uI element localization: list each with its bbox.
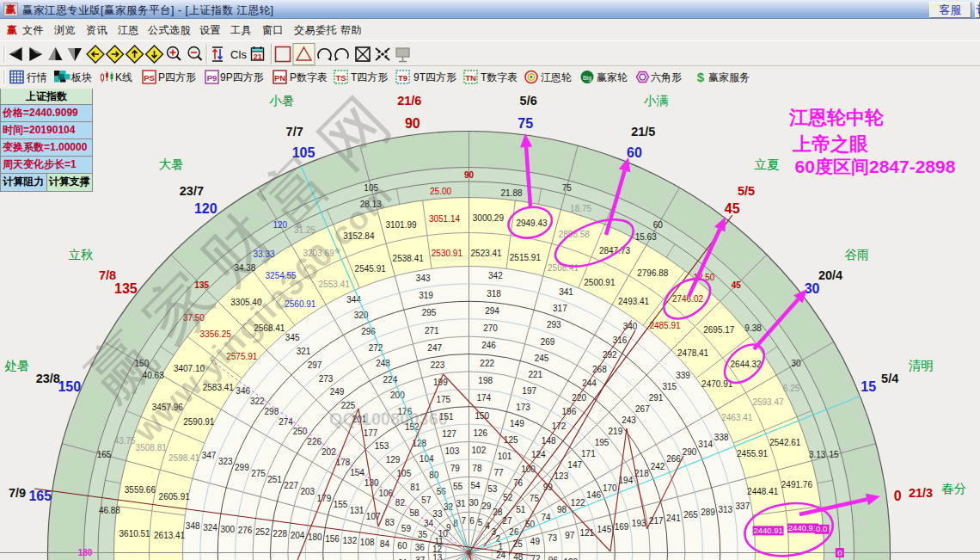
svg-text:245: 245: [535, 354, 549, 363]
svg-text:275: 275: [251, 469, 266, 478]
svg-text:107: 107: [366, 512, 381, 521]
svg-text:298: 298: [265, 407, 279, 416]
svg-text:294: 294: [485, 306, 499, 316]
svg-text:21.88: 21.88: [500, 188, 522, 198]
svg-text:上帝之眼: 上帝之眼: [792, 133, 869, 155]
svg-text:314: 314: [698, 440, 713, 449]
svg-text:7/9: 7/9: [9, 486, 26, 500]
svg-text:195: 195: [595, 438, 609, 447]
svg-text:3610.51: 3610.51: [119, 529, 151, 538]
svg-text:37: 37: [415, 556, 426, 560]
svg-text:2440.91: 2440.91: [753, 526, 782, 535]
svg-text:145: 145: [597, 525, 612, 534]
svg-text:23/7: 23/7: [180, 184, 204, 198]
svg-text:173: 173: [516, 403, 530, 412]
svg-text:PN: PN: [274, 73, 285, 83]
svg-text:318: 318: [487, 289, 501, 298]
svg-text:295: 295: [422, 308, 437, 317]
svg-text:18.75: 18.75: [570, 204, 591, 213]
svg-text:219: 219: [609, 427, 623, 436]
svg-text:323: 323: [218, 457, 233, 466]
svg-text:221: 221: [528, 370, 542, 379]
svg-text:PS: PS: [144, 73, 155, 83]
svg-text:249: 249: [330, 387, 345, 397]
svg-text:77: 77: [493, 468, 504, 477]
svg-text:大暑: 大暑: [159, 157, 184, 171]
svg-text:53: 53: [487, 484, 498, 494]
svg-text:9.38: 9.38: [744, 323, 762, 333]
svg-text:34: 34: [424, 519, 434, 528]
svg-text:清明: 清明: [909, 359, 934, 372]
svg-text:242: 242: [651, 462, 665, 471]
svg-text:341: 341: [559, 287, 573, 297]
svg-text:83: 83: [385, 518, 395, 527]
svg-text:313: 313: [718, 505, 732, 514]
svg-text:6.25: 6.25: [783, 384, 800, 393]
svg-text:156: 156: [325, 534, 340, 544]
svg-text:203: 203: [300, 487, 315, 496]
svg-text:2478.41: 2478.41: [677, 348, 709, 358]
svg-text:30: 30: [805, 281, 820, 296]
svg-text:60: 60: [653, 220, 664, 230]
svg-text:267: 267: [635, 404, 650, 414]
svg-text:3.13: 3.13: [809, 450, 826, 459]
svg-text:299: 299: [235, 463, 249, 472]
svg-text:300: 300: [220, 525, 235, 534]
svg-text:348: 348: [186, 521, 200, 531]
svg-text:81: 81: [410, 483, 420, 492]
svg-text:127: 127: [442, 429, 456, 439]
svg-text:2605.91: 2605.91: [159, 492, 191, 502]
svg-text:2500.91: 2500.91: [584, 278, 616, 287]
svg-text:29: 29: [481, 502, 492, 511]
svg-text:0: 0: [894, 489, 902, 503]
svg-text:立秋: 立秋: [69, 248, 94, 262]
svg-text:150: 150: [58, 379, 81, 394]
svg-text:252: 252: [255, 527, 270, 537]
svg-text:247: 247: [427, 343, 442, 353]
svg-text:99: 99: [543, 483, 554, 492]
svg-text:13: 13: [432, 553, 443, 560]
svg-text:3559.66: 3559.66: [125, 485, 156, 495]
svg-text:30: 30: [792, 359, 802, 368]
svg-text:319: 319: [419, 291, 433, 300]
svg-text:36: 36: [415, 543, 426, 552]
svg-text:51: 51: [516, 505, 526, 514]
svg-text:97: 97: [565, 531, 575, 540]
svg-text:243: 243: [622, 415, 636, 425]
svg-text:226: 226: [307, 437, 322, 446]
svg-text:2538.41: 2538.41: [393, 254, 425, 263]
svg-text:96: 96: [548, 556, 559, 560]
svg-text:49: 49: [530, 537, 541, 546]
svg-text:274: 274: [279, 417, 293, 427]
svg-text:222: 222: [480, 359, 494, 368]
svg-text:147: 147: [567, 460, 582, 470]
svg-text:52: 52: [503, 493, 513, 502]
svg-text:7/8: 7/8: [99, 268, 116, 282]
svg-text:Big: Big: [583, 75, 591, 82]
svg-text:270: 270: [483, 323, 498, 333]
svg-text:15: 15: [829, 450, 839, 459]
svg-text:TS: TS: [335, 73, 346, 83]
svg-text:337: 337: [736, 502, 750, 511]
svg-text:339: 339: [676, 371, 690, 380]
svg-text:241: 241: [666, 514, 681, 523]
svg-text:120: 120: [194, 201, 217, 216]
svg-text:2613.41: 2613.41: [154, 531, 186, 540]
svg-text:196: 196: [562, 407, 577, 416]
svg-text:30: 30: [469, 498, 479, 508]
svg-text:73: 73: [548, 533, 558, 543]
svg-text:126: 126: [473, 428, 487, 438]
svg-text:55: 55: [453, 482, 463, 491]
svg-text:78: 78: [472, 464, 482, 473]
svg-text:297: 297: [308, 360, 322, 370]
svg-text:2: 2: [496, 534, 501, 544]
svg-text:立夏: 立夏: [754, 157, 780, 171]
svg-text:31: 31: [456, 499, 466, 508]
svg-text:2598.41: 2598.41: [168, 453, 200, 463]
svg-text:165: 165: [97, 450, 112, 459]
svg-text:293: 293: [547, 320, 561, 329]
svg-text:小满: 小满: [644, 94, 669, 108]
svg-text:266: 266: [666, 454, 681, 464]
svg-text:2530.91: 2530.91: [432, 249, 463, 258]
svg-text:271: 271: [425, 326, 439, 335]
